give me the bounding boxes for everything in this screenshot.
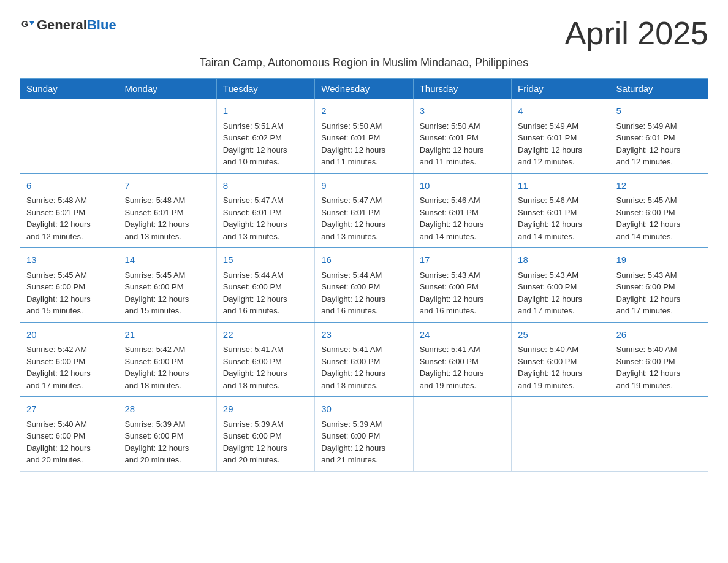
day-info: Sunrise: 5:39 AM Sunset: 6:00 PM Dayligh… xyxy=(321,418,406,466)
day-info: Sunrise: 5:40 AM Sunset: 6:00 PM Dayligh… xyxy=(26,418,112,466)
day-number: 4 xyxy=(518,104,603,118)
day-info: Sunrise: 5:42 AM Sunset: 6:00 PM Dayligh… xyxy=(26,343,112,391)
day-number: 27 xyxy=(26,402,112,416)
column-header-monday: Monday xyxy=(118,79,216,99)
calendar-cell: 22Sunrise: 5:41 AM Sunset: 6:00 PM Dayli… xyxy=(216,323,314,397)
calendar-cell: 18Sunrise: 5:43 AM Sunset: 6:00 PM Dayli… xyxy=(512,248,610,323)
day-number: 16 xyxy=(321,253,406,267)
day-number: 7 xyxy=(124,179,210,193)
calendar-cell: 16Sunrise: 5:44 AM Sunset: 6:00 PM Dayli… xyxy=(315,248,413,323)
column-header-sunday: Sunday xyxy=(20,79,118,99)
day-info: Sunrise: 5:40 AM Sunset: 6:00 PM Dayligh… xyxy=(616,343,702,391)
calendar-cell: 13Sunrise: 5:45 AM Sunset: 6:00 PM Dayli… xyxy=(20,248,118,323)
day-info: Sunrise: 5:48 AM Sunset: 6:01 PM Dayligh… xyxy=(124,194,210,242)
calendar-week-row: 6Sunrise: 5:48 AM Sunset: 6:01 PM Daylig… xyxy=(20,174,708,248)
day-number: 14 xyxy=(124,253,210,267)
subtitle: Tairan Camp, Autonomous Region in Muslim… xyxy=(20,56,708,69)
day-info: Sunrise: 5:45 AM Sunset: 6:00 PM Dayligh… xyxy=(616,194,702,242)
calendar-cell: 2Sunrise: 5:50 AM Sunset: 6:01 PM Daylig… xyxy=(315,99,413,174)
day-info: Sunrise: 5:43 AM Sunset: 6:00 PM Dayligh… xyxy=(616,269,702,317)
calendar-header-row: SundayMondayTuesdayWednesdayThursdayFrid… xyxy=(20,79,708,99)
day-number: 12 xyxy=(616,179,702,193)
day-info: Sunrise: 5:43 AM Sunset: 6:00 PM Dayligh… xyxy=(518,269,603,317)
day-number: 21 xyxy=(124,328,210,342)
svg-text:G: G xyxy=(21,19,28,29)
day-number: 23 xyxy=(321,328,406,342)
column-header-saturday: Saturday xyxy=(610,79,708,99)
calendar-cell: 30Sunrise: 5:39 AM Sunset: 6:00 PM Dayli… xyxy=(315,397,413,471)
calendar-cell: 6Sunrise: 5:48 AM Sunset: 6:01 PM Daylig… xyxy=(20,174,118,248)
calendar-cell xyxy=(610,397,708,471)
column-header-tuesday: Tuesday xyxy=(216,79,314,99)
calendar-cell: 10Sunrise: 5:46 AM Sunset: 6:01 PM Dayli… xyxy=(413,174,511,248)
day-info: Sunrise: 5:39 AM Sunset: 6:00 PM Dayligh… xyxy=(124,418,210,466)
calendar-week-row: 1Sunrise: 5:51 AM Sunset: 6:02 PM Daylig… xyxy=(20,99,708,174)
calendar-cell: 26Sunrise: 5:40 AM Sunset: 6:00 PM Dayli… xyxy=(610,323,708,397)
day-info: Sunrise: 5:44 AM Sunset: 6:00 PM Dayligh… xyxy=(321,269,406,317)
day-number: 1 xyxy=(223,104,308,118)
calendar-cell: 24Sunrise: 5:41 AM Sunset: 6:00 PM Dayli… xyxy=(413,323,511,397)
day-info: Sunrise: 5:39 AM Sunset: 6:00 PM Dayligh… xyxy=(223,418,308,466)
calendar-cell: 1Sunrise: 5:51 AM Sunset: 6:02 PM Daylig… xyxy=(216,99,314,174)
day-info: Sunrise: 5:51 AM Sunset: 6:02 PM Dayligh… xyxy=(223,120,308,168)
day-number: 20 xyxy=(26,328,112,342)
column-header-thursday: Thursday xyxy=(413,79,511,99)
calendar-cell: 9Sunrise: 5:47 AM Sunset: 6:01 PM Daylig… xyxy=(315,174,413,248)
calendar-cell: 15Sunrise: 5:44 AM Sunset: 6:00 PM Dayli… xyxy=(216,248,314,323)
day-info: Sunrise: 5:41 AM Sunset: 6:00 PM Dayligh… xyxy=(420,343,505,391)
day-number: 18 xyxy=(518,253,603,267)
calendar-cell: 28Sunrise: 5:39 AM Sunset: 6:00 PM Dayli… xyxy=(118,397,216,471)
calendar-cell: 20Sunrise: 5:42 AM Sunset: 6:00 PM Dayli… xyxy=(20,323,118,397)
day-number: 10 xyxy=(420,179,505,193)
calendar-cell xyxy=(20,99,118,174)
day-info: Sunrise: 5:47 AM Sunset: 6:01 PM Dayligh… xyxy=(223,194,308,242)
day-number: 13 xyxy=(26,253,112,267)
calendar-cell: 12Sunrise: 5:45 AM Sunset: 6:00 PM Dayli… xyxy=(610,174,708,248)
calendar-cell: 4Sunrise: 5:49 AM Sunset: 6:01 PM Daylig… xyxy=(512,99,610,174)
day-number: 5 xyxy=(616,104,702,118)
header: G GeneralBlue April 2025 xyxy=(20,15,708,52)
day-number: 25 xyxy=(518,328,603,342)
day-info: Sunrise: 5:45 AM Sunset: 6:00 PM Dayligh… xyxy=(26,269,112,317)
calendar-week-row: 13Sunrise: 5:45 AM Sunset: 6:00 PM Dayli… xyxy=(20,248,708,323)
calendar-cell: 29Sunrise: 5:39 AM Sunset: 6:00 PM Dayli… xyxy=(216,397,314,471)
calendar-cell xyxy=(413,397,511,471)
calendar-cell xyxy=(512,397,610,471)
day-info: Sunrise: 5:41 AM Sunset: 6:00 PM Dayligh… xyxy=(321,343,406,391)
logo-blue-text: Blue xyxy=(87,17,116,33)
day-number: 22 xyxy=(223,328,308,342)
logo: G GeneralBlue xyxy=(20,17,116,33)
day-number: 15 xyxy=(223,253,308,267)
calendar-week-row: 27Sunrise: 5:40 AM Sunset: 6:00 PM Dayli… xyxy=(20,397,708,471)
day-number: 9 xyxy=(321,179,406,193)
calendar-cell: 8Sunrise: 5:47 AM Sunset: 6:01 PM Daylig… xyxy=(216,174,314,248)
calendar-cell: 7Sunrise: 5:48 AM Sunset: 6:01 PM Daylig… xyxy=(118,174,216,248)
calendar-cell: 19Sunrise: 5:43 AM Sunset: 6:00 PM Dayli… xyxy=(610,248,708,323)
day-number: 28 xyxy=(124,402,210,416)
day-number: 30 xyxy=(321,402,406,416)
day-info: Sunrise: 5:43 AM Sunset: 6:00 PM Dayligh… xyxy=(420,269,505,317)
column-header-wednesday: Wednesday xyxy=(315,79,413,99)
calendar-cell: 14Sunrise: 5:45 AM Sunset: 6:00 PM Dayli… xyxy=(118,248,216,323)
day-info: Sunrise: 5:45 AM Sunset: 6:00 PM Dayligh… xyxy=(124,269,210,317)
day-info: Sunrise: 5:50 AM Sunset: 6:01 PM Dayligh… xyxy=(420,120,505,168)
calendar-cell: 27Sunrise: 5:40 AM Sunset: 6:00 PM Dayli… xyxy=(20,397,118,471)
day-number: 26 xyxy=(616,328,702,342)
logo-icon: G xyxy=(21,18,34,32)
calendar-cell: 25Sunrise: 5:40 AM Sunset: 6:00 PM Dayli… xyxy=(512,323,610,397)
day-number: 3 xyxy=(420,104,505,118)
logo-general-text: General xyxy=(37,17,87,33)
day-info: Sunrise: 5:49 AM Sunset: 6:01 PM Dayligh… xyxy=(616,120,702,168)
day-number: 8 xyxy=(223,179,308,193)
calendar-cell xyxy=(118,99,216,174)
calendar-week-row: 20Sunrise: 5:42 AM Sunset: 6:00 PM Dayli… xyxy=(20,323,708,397)
day-info: Sunrise: 5:49 AM Sunset: 6:01 PM Dayligh… xyxy=(518,120,603,168)
column-header-friday: Friday xyxy=(512,79,610,99)
day-info: Sunrise: 5:42 AM Sunset: 6:00 PM Dayligh… xyxy=(124,343,210,391)
day-number: 19 xyxy=(616,253,702,267)
page-title: April 2025 xyxy=(565,15,708,52)
day-info: Sunrise: 5:46 AM Sunset: 6:01 PM Dayligh… xyxy=(420,194,505,242)
day-info: Sunrise: 5:50 AM Sunset: 6:01 PM Dayligh… xyxy=(321,120,406,168)
day-info: Sunrise: 5:47 AM Sunset: 6:01 PM Dayligh… xyxy=(321,194,406,242)
day-info: Sunrise: 5:44 AM Sunset: 6:00 PM Dayligh… xyxy=(223,269,308,317)
